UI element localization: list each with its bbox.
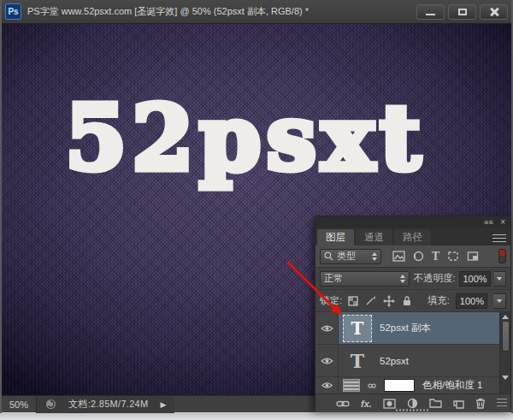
- filter-type-select[interactable]: 类型: [320, 249, 381, 264]
- text-layer-thumbnail[interactable]: T: [343, 315, 372, 342]
- window-left-edge: [0, 0, 2, 413]
- minimize-icon: [426, 14, 435, 15]
- close-button[interactable]: [480, 4, 508, 20]
- opacity-value[interactable]: 100%: [459, 271, 491, 287]
- lock-position-icon[interactable]: [383, 295, 395, 307]
- opacity-label: 不透明度:: [413, 272, 455, 285]
- tab-layers[interactable]: 图层: [317, 229, 354, 245]
- photoshop-app-icon: Ps: [5, 3, 21, 20]
- tab-channels[interactable]: 通道: [356, 229, 392, 245]
- layer-row-52psxt[interactable]: T 52psxt: [315, 345, 500, 377]
- layer-row-hue-saturation[interactable]: 色相/饱和度 1: [315, 377, 500, 394]
- scrollbar-thumb[interactable]: [502, 321, 510, 352]
- eye-icon: [321, 357, 333, 365]
- filter-smart-object-icon[interactable]: [467, 251, 479, 262]
- delete-layer-button[interactable]: [475, 398, 486, 409]
- close-panel-icon[interactable]: ×: [500, 218, 505, 227]
- blend-mode-value: 正常: [324, 272, 343, 285]
- panel-header-strip: «« ×: [315, 216, 510, 228]
- lock-all-icon[interactable]: [402, 295, 412, 306]
- search-icon: [324, 251, 333, 261]
- filter-icons: T: [392, 251, 496, 263]
- panel-tabs: 图层 通道 路径: [315, 228, 510, 245]
- layer-style-button[interactable]: fx.: [361, 399, 372, 409]
- document-size-info: 文档:2.85M/7.24M: [68, 398, 148, 411]
- layers-panel: «« × 图层 通道 路径 类型: [315, 216, 511, 409]
- layer-list: T 52psxt 副本 T 52psxt: [315, 312, 510, 394]
- eye-icon: [321, 324, 333, 333]
- chevron-down-icon: [497, 277, 502, 281]
- sync-status-icon[interactable]: [45, 399, 56, 410]
- window-title: PS字堂 www.52psxt.com [圣诞字效] @ 50% (52psxt…: [27, 5, 411, 18]
- hue-saturation-adjustment-icon[interactable]: [343, 379, 360, 392]
- panel-resize-grip[interactable]: [497, 399, 507, 407]
- opacity-dropdown-button[interactable]: [494, 271, 506, 287]
- window-bottom-edge: [0, 413, 513, 420]
- lock-row: 锁定: 填充: 100%: [315, 290, 510, 312]
- close-icon: [489, 7, 499, 17]
- fill-dropdown-button[interactable]: [493, 293, 506, 309]
- lock-label: 锁定:: [320, 294, 342, 307]
- photoshop-window: Ps PS字堂 www.52psxt.com [圣诞字效] @ 50% (52p…: [0, 0, 513, 420]
- window-controls: [416, 4, 508, 20]
- select-spinner-icon: [395, 275, 405, 283]
- add-layer-mask-button[interactable]: [383, 399, 396, 409]
- mask-link-icon: [368, 382, 376, 389]
- filter-type-label: 类型: [337, 250, 356, 263]
- zoom-level[interactable]: 50%: [2, 399, 36, 410]
- fill-value[interactable]: 100%: [456, 293, 487, 309]
- filter-type-layers-icon[interactable]: T: [432, 251, 439, 263]
- visibility-toggle[interactable]: [315, 377, 339, 393]
- layer-name[interactable]: 52psxt: [380, 356, 409, 366]
- new-group-button[interactable]: [429, 399, 442, 408]
- panel-drag-handle[interactable]: [396, 409, 430, 411]
- layer-name[interactable]: 52psxt 副本: [380, 322, 431, 334]
- scroll-up-icon[interactable]: [502, 315, 509, 319]
- text-layer-thumbnail[interactable]: T: [343, 350, 372, 372]
- filter-shape-layers-icon[interactable]: [447, 251, 459, 262]
- visibility-toggle[interactable]: [315, 345, 339, 376]
- tab-paths[interactable]: 路径: [394, 229, 431, 245]
- fill-label: 填充:: [428, 294, 450, 307]
- title-bar: Ps PS字堂 www.52psxt.com [圣诞字效] @ 50% (52p…: [0, 0, 513, 24]
- eye-icon: [321, 382, 333, 389]
- lock-pixels-icon[interactable]: [365, 295, 376, 306]
- new-layer-button[interactable]: [453, 399, 464, 409]
- new-adjustment-layer-button[interactable]: [407, 398, 418, 409]
- filter-adjustment-layers-icon[interactable]: [413, 251, 424, 262]
- lock-transparency-icon[interactable]: [348, 296, 358, 306]
- layer-row-52psxt-copy[interactable]: T 52psxt 副本: [315, 312, 500, 345]
- minimize-button[interactable]: [416, 4, 445, 20]
- select-spinner-icon: [367, 252, 377, 261]
- layer-name[interactable]: 色相/饱和度 1: [422, 379, 482, 392]
- scroll-down-icon[interactable]: [502, 376, 509, 380]
- canvas-artwork-text: 52psxt: [65, 86, 426, 191]
- visibility-toggle[interactable]: [315, 312, 339, 344]
- document-info-area: 文档:2.85M/7.24M ▶: [37, 396, 174, 413]
- link-layers-button[interactable]: [336, 399, 350, 408]
- maximize-button[interactable]: [448, 4, 476, 20]
- collapse-panel-icon[interactable]: ««: [484, 218, 493, 227]
- maximize-icon: [458, 9, 467, 15]
- lock-icons: [348, 295, 412, 307]
- layer-mask-thumbnail[interactable]: [384, 379, 415, 392]
- layer-list-scrollbar[interactable]: [499, 312, 510, 394]
- blend-mode-select[interactable]: 正常: [320, 271, 410, 287]
- layers-panel-footer: fx.: [315, 394, 510, 412]
- blend-mode-row: 正常 不透明度: 100%: [315, 268, 510, 290]
- layer-filtering-toggle[interactable]: [498, 249, 506, 263]
- panel-menu-icon[interactable]: [492, 234, 506, 242]
- chevron-down-icon: [497, 299, 502, 303]
- filter-pixel-layers-icon[interactable]: [392, 251, 405, 262]
- layer-filter-row: 类型 T: [315, 245, 510, 268]
- status-options-arrow-icon[interactable]: ▶: [161, 400, 167, 409]
